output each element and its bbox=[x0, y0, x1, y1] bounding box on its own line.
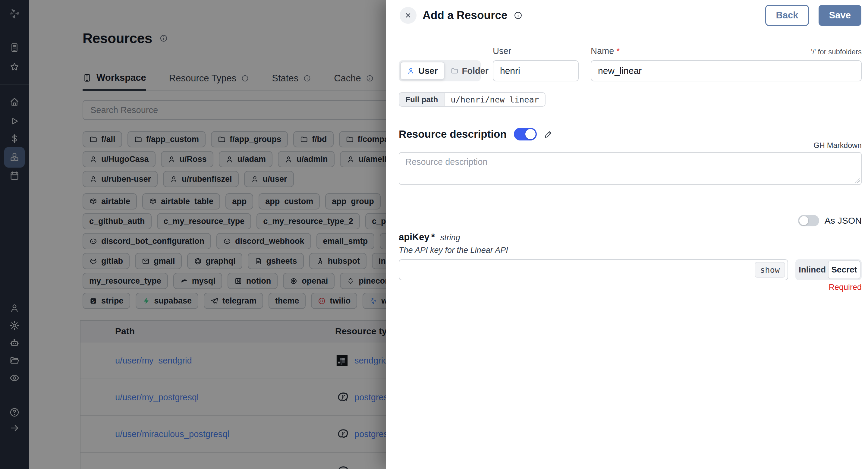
user-icon bbox=[407, 67, 415, 75]
segment-label: Folder bbox=[462, 66, 489, 76]
full-path-label: Full path bbox=[399, 92, 444, 107]
field-name: apiKey bbox=[399, 232, 430, 243]
field-description: The API key for the Linear API bbox=[399, 246, 862, 255]
drawer-header: Add a Resource Back Save bbox=[386, 0, 868, 31]
description-textarea[interactable] bbox=[399, 152, 862, 185]
drawer-title: Add a Resource bbox=[423, 9, 507, 22]
required-asterisk: * bbox=[431, 232, 435, 243]
as-json-toggle[interactable] bbox=[798, 215, 819, 226]
owner-kind-folder-button[interactable]: Folder bbox=[444, 62, 495, 80]
user-field[interactable] bbox=[493, 60, 579, 82]
description-heading: Resource description bbox=[399, 128, 507, 140]
secret-mode-toggle: Inlined Secret bbox=[795, 259, 862, 280]
pencil-icon[interactable] bbox=[544, 130, 553, 139]
description-toggle[interactable] bbox=[514, 128, 537, 140]
info-icon[interactable] bbox=[514, 11, 523, 20]
full-path-value: u/henri/new_linear bbox=[444, 92, 546, 107]
folder-icon bbox=[451, 67, 458, 75]
back-button[interactable]: Back bbox=[765, 5, 809, 26]
show-secret-button[interactable]: show bbox=[755, 262, 785, 278]
user-field-label: User bbox=[493, 45, 579, 56]
full-path: Full path u/henri/new_linear bbox=[399, 92, 546, 107]
add-resource-drawer: Add a Resource Back Save User Name* '/' … bbox=[386, 0, 868, 469]
markdown-hint: GH Markdown bbox=[399, 141, 862, 150]
segment-label: User bbox=[418, 66, 438, 76]
field-type: string bbox=[440, 233, 460, 242]
secret-option[interactable]: Secret bbox=[828, 260, 861, 279]
name-field-label: Name* bbox=[591, 46, 620, 56]
as-json-label: As JSON bbox=[825, 216, 862, 226]
required-asterisk: * bbox=[616, 46, 620, 56]
required-message: Required bbox=[399, 283, 862, 292]
save-button[interactable]: Save bbox=[818, 5, 861, 26]
name-field[interactable] bbox=[591, 60, 862, 82]
spacer bbox=[399, 45, 481, 56]
owner-kind-user-button[interactable]: User bbox=[400, 62, 444, 80]
close-icon bbox=[404, 11, 412, 19]
api-key-input[interactable] bbox=[399, 259, 788, 280]
close-button[interactable] bbox=[400, 7, 416, 24]
subfolder-hint: '/' for subfolders bbox=[811, 48, 862, 56]
inlined-option[interactable]: Inlined bbox=[797, 260, 828, 279]
owner-kind-toggle: User Folder bbox=[399, 60, 481, 82]
